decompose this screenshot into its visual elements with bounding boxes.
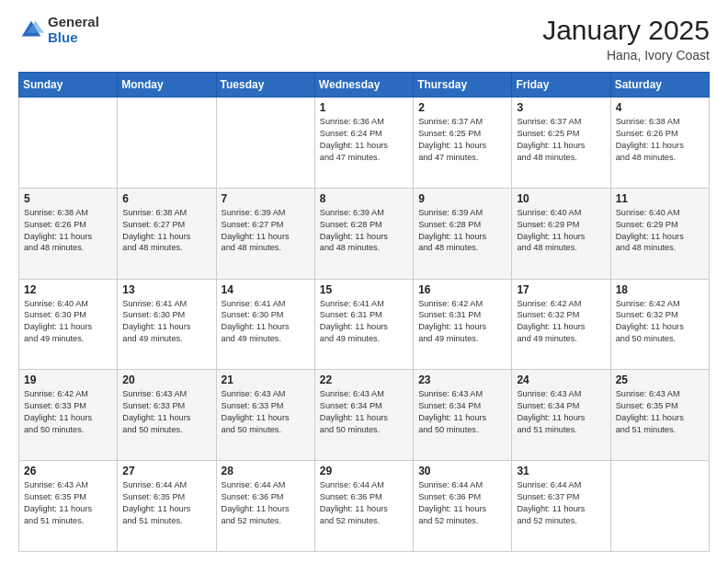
day-info: Sunrise: 6:42 AMSunset: 6:33 PMDaylight:… — [24, 388, 112, 436]
day-info: Sunrise: 6:43 AMSunset: 6:35 PMDaylight:… — [24, 479, 112, 527]
day-cell: 11Sunrise: 6:40 AMSunset: 6:29 PMDayligh… — [610, 188, 709, 279]
day-number: 6 — [122, 192, 210, 205]
day-cell — [216, 98, 314, 189]
day-number: 11 — [616, 192, 704, 205]
day-cell: 31Sunrise: 6:44 AMSunset: 6:37 PMDayligh… — [512, 461, 610, 552]
day-number: 19 — [24, 373, 112, 386]
day-cell: 13Sunrise: 6:41 AMSunset: 6:30 PMDayligh… — [118, 279, 216, 370]
day-number: 30 — [418, 465, 506, 477]
day-cell: 16Sunrise: 6:42 AMSunset: 6:31 PMDayligh… — [414, 279, 512, 370]
day-info: Sunrise: 6:42 AMSunset: 6:32 PMDaylight:… — [616, 298, 704, 346]
weekday-header-tuesday: Tuesday — [216, 73, 314, 98]
day-info: Sunrise: 6:39 AMSunset: 6:28 PMDaylight:… — [320, 207, 408, 255]
day-cell: 22Sunrise: 6:43 AMSunset: 6:34 PMDayligh… — [314, 370, 413, 461]
day-info: Sunrise: 6:39 AMSunset: 6:28 PMDaylight:… — [418, 207, 506, 255]
day-number: 24 — [517, 373, 605, 386]
header: General Blue January 2025 Hana, Ivory Co… — [18, 15, 710, 63]
day-cell: 15Sunrise: 6:41 AMSunset: 6:31 PMDayligh… — [314, 279, 413, 370]
day-number: 28 — [222, 465, 310, 477]
day-info: Sunrise: 6:43 AMSunset: 6:33 PMDaylight:… — [122, 388, 210, 436]
logo: General Blue — [18, 15, 99, 45]
week-row-4: 19Sunrise: 6:42 AMSunset: 6:33 PMDayligh… — [19, 370, 710, 461]
day-cell: 26Sunrise: 6:43 AMSunset: 6:35 PMDayligh… — [19, 461, 118, 552]
day-number: 1 — [320, 101, 408, 114]
day-cell: 9Sunrise: 6:39 AMSunset: 6:28 PMDaylight… — [414, 188, 512, 279]
month-title: January 2025 — [542, 15, 710, 46]
day-info: Sunrise: 6:44 AMSunset: 6:35 PMDaylight:… — [122, 479, 210, 527]
day-cell: 3Sunrise: 6:37 AMSunset: 6:25 PMDaylight… — [512, 98, 610, 189]
day-info: Sunrise: 6:43 AMSunset: 6:34 PMDaylight:… — [517, 388, 605, 436]
day-cell: 30Sunrise: 6:44 AMSunset: 6:36 PMDayligh… — [414, 461, 512, 552]
week-row-2: 5Sunrise: 6:38 AMSunset: 6:26 PMDaylight… — [19, 188, 710, 279]
day-info: Sunrise: 6:44 AMSunset: 6:36 PMDaylight:… — [418, 479, 506, 527]
day-info: Sunrise: 6:38 AMSunset: 6:26 PMDaylight:… — [616, 116, 704, 164]
day-info: Sunrise: 6:40 AMSunset: 6:29 PMDaylight:… — [616, 207, 704, 255]
day-cell: 4Sunrise: 6:38 AMSunset: 6:26 PMDaylight… — [610, 98, 709, 189]
day-cell: 21Sunrise: 6:43 AMSunset: 6:33 PMDayligh… — [216, 370, 314, 461]
day-cell: 28Sunrise: 6:44 AMSunset: 6:36 PMDayligh… — [216, 461, 314, 552]
day-cell: 1Sunrise: 6:36 AMSunset: 6:24 PMDaylight… — [314, 98, 413, 189]
weekday-header-saturday: Saturday — [610, 73, 709, 98]
day-info: Sunrise: 6:43 AMSunset: 6:35 PMDaylight:… — [616, 388, 704, 436]
day-info: Sunrise: 6:42 AMSunset: 6:32 PMDaylight:… — [517, 298, 605, 346]
title-block: January 2025 Hana, Ivory Coast — [542, 15, 710, 63]
day-cell: 19Sunrise: 6:42 AMSunset: 6:33 PMDayligh… — [19, 370, 118, 461]
page: General Blue January 2025 Hana, Ivory Co… — [0, 0, 728, 563]
weekday-header-thursday: Thursday — [414, 73, 512, 98]
day-info: Sunrise: 6:36 AMSunset: 6:24 PMDaylight:… — [320, 116, 408, 164]
day-info: Sunrise: 6:44 AMSunset: 6:37 PMDaylight:… — [517, 479, 605, 527]
day-cell: 17Sunrise: 6:42 AMSunset: 6:32 PMDayligh… — [512, 279, 610, 370]
day-number: 13 — [122, 283, 210, 296]
day-info: Sunrise: 6:40 AMSunset: 6:29 PMDaylight:… — [517, 207, 605, 255]
day-cell: 24Sunrise: 6:43 AMSunset: 6:34 PMDayligh… — [512, 370, 610, 461]
day-cell: 2Sunrise: 6:37 AMSunset: 6:25 PMDaylight… — [414, 98, 512, 189]
day-cell: 23Sunrise: 6:43 AMSunset: 6:34 PMDayligh… — [414, 370, 512, 461]
day-number: 14 — [222, 283, 310, 296]
day-info: Sunrise: 6:38 AMSunset: 6:27 PMDaylight:… — [122, 207, 210, 255]
day-info: Sunrise: 6:42 AMSunset: 6:31 PMDaylight:… — [418, 298, 506, 346]
location: Hana, Ivory Coast — [542, 48, 710, 63]
day-info: Sunrise: 6:41 AMSunset: 6:31 PMDaylight:… — [320, 298, 408, 346]
day-cell: 7Sunrise: 6:39 AMSunset: 6:27 PMDaylight… — [216, 188, 314, 279]
day-number: 5 — [24, 192, 112, 205]
day-cell — [118, 98, 216, 189]
day-number: 26 — [24, 465, 112, 477]
day-number: 29 — [320, 465, 408, 477]
weekday-header-friday: Friday — [512, 73, 610, 98]
day-number: 15 — [320, 283, 408, 296]
day-number: 7 — [222, 192, 310, 205]
day-cell: 20Sunrise: 6:43 AMSunset: 6:33 PMDayligh… — [118, 370, 216, 461]
day-info: Sunrise: 6:38 AMSunset: 6:26 PMDaylight:… — [24, 207, 112, 255]
week-row-5: 26Sunrise: 6:43 AMSunset: 6:35 PMDayligh… — [19, 461, 710, 552]
day-cell — [19, 98, 118, 189]
weekday-header-wednesday: Wednesday — [314, 73, 413, 98]
day-number: 9 — [418, 192, 506, 205]
day-number: 25 — [616, 373, 704, 386]
day-cell: 25Sunrise: 6:43 AMSunset: 6:35 PMDayligh… — [610, 370, 709, 461]
day-cell: 6Sunrise: 6:38 AMSunset: 6:27 PMDaylight… — [118, 188, 216, 279]
day-number: 2 — [418, 101, 506, 114]
day-info: Sunrise: 6:37 AMSunset: 6:25 PMDaylight:… — [418, 116, 506, 164]
weekday-header-sunday: Sunday — [19, 73, 118, 98]
day-number: 16 — [418, 283, 506, 296]
day-cell: 18Sunrise: 6:42 AMSunset: 6:32 PMDayligh… — [610, 279, 709, 370]
day-cell: 27Sunrise: 6:44 AMSunset: 6:35 PMDayligh… — [118, 461, 216, 552]
day-info: Sunrise: 6:41 AMSunset: 6:30 PMDaylight:… — [222, 298, 310, 346]
day-info: Sunrise: 6:39 AMSunset: 6:27 PMDaylight:… — [222, 207, 310, 255]
weekday-header-monday: Monday — [118, 73, 216, 98]
day-cell: 8Sunrise: 6:39 AMSunset: 6:28 PMDaylight… — [314, 188, 413, 279]
day-number: 27 — [122, 465, 210, 477]
day-info: Sunrise: 6:40 AMSunset: 6:30 PMDaylight:… — [24, 298, 112, 346]
day-cell: 10Sunrise: 6:40 AMSunset: 6:29 PMDayligh… — [512, 188, 610, 279]
day-number: 23 — [418, 373, 506, 386]
day-number: 12 — [24, 283, 112, 296]
day-info: Sunrise: 6:43 AMSunset: 6:34 PMDaylight:… — [320, 388, 408, 436]
day-number: 17 — [517, 283, 605, 296]
day-info: Sunrise: 6:37 AMSunset: 6:25 PMDaylight:… — [517, 116, 605, 164]
day-cell: 5Sunrise: 6:38 AMSunset: 6:26 PMDaylight… — [19, 188, 118, 279]
day-info: Sunrise: 6:43 AMSunset: 6:34 PMDaylight:… — [418, 388, 506, 436]
weekday-header-row: SundayMondayTuesdayWednesdayThursdayFrid… — [19, 73, 710, 98]
day-number: 10 — [517, 192, 605, 205]
day-info: Sunrise: 6:44 AMSunset: 6:36 PMDaylight:… — [222, 479, 310, 527]
day-info: Sunrise: 6:43 AMSunset: 6:33 PMDaylight:… — [222, 388, 310, 436]
